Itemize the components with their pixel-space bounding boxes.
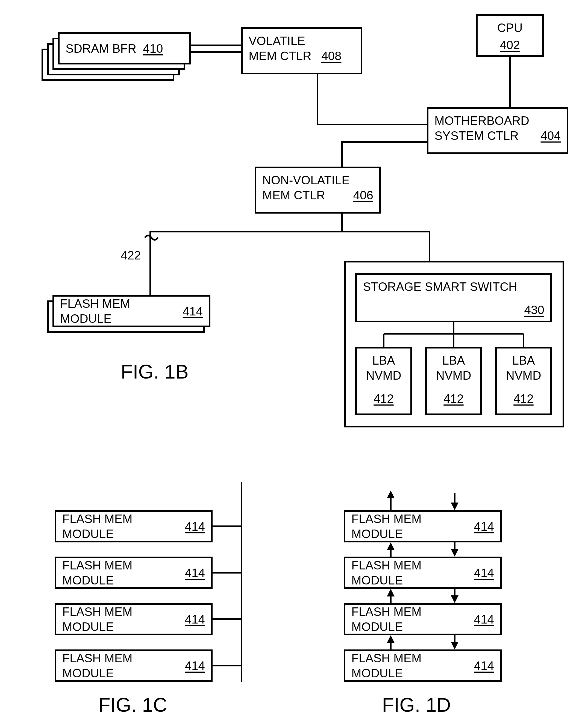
wire-422-line bbox=[150, 232, 342, 295]
sdram-bfr-ref: 410 bbox=[143, 41, 163, 56]
sdram-bfr-box: SDRAM BFR 410 bbox=[58, 32, 191, 64]
fig1d-top-up-arrowhead bbox=[387, 491, 395, 498]
fig1c-flash-ref-4: 414 bbox=[185, 658, 205, 673]
lba-nvmd-ref-2: 412 bbox=[443, 391, 463, 406]
fig1d-flash-box-1: FLASH MEM MODULE 414 bbox=[344, 510, 502, 542]
fig1d-flash-label-1: FLASH MEM MODULE bbox=[351, 511, 470, 541]
motherboard-ctlr-ref: 404 bbox=[541, 128, 561, 143]
fig1d-flash-label-3: FLASH MEM MODULE bbox=[351, 604, 470, 634]
lba-nvmd-label-1: LBA NVMD bbox=[363, 353, 404, 383]
fig1c-flash-ref-1: 414 bbox=[185, 519, 205, 534]
fig1c-flash-label-2: FLASH MEM MODULE bbox=[62, 558, 181, 588]
fig1d-flash-ref-1: 414 bbox=[474, 519, 494, 534]
storage-smart-switch-ref: 430 bbox=[363, 302, 544, 317]
fig1c-flash-box-2: FLASH MEM MODULE 414 bbox=[55, 557, 213, 589]
page: SDRAM BFR 410 VOLATILE MEM CTLR 408 CPU … bbox=[0, 0, 588, 712]
flash-1b-label: FLASH MEM MODULE bbox=[60, 296, 178, 326]
cpu-box: CPU 402 bbox=[476, 14, 544, 57]
lba-nvmd-box-2: LBA NVMD 412 bbox=[425, 347, 482, 415]
fig1d-12-down-arrowhead bbox=[451, 549, 459, 557]
nonvolatile-mem-ctlr-box: NON-VOLATILE MEM CTLR 406 bbox=[255, 167, 381, 214]
fig1d-34-down-arrowhead bbox=[451, 642, 459, 649]
fig1c-flash-label-1: FLASH MEM MODULE bbox=[62, 511, 181, 541]
volatile-mem-ctlr-label: VOLATILE MEM CTLR bbox=[249, 33, 312, 63]
nonvolatile-mem-ctlr-label: NON-VOLATILE MEM CTLR bbox=[262, 173, 350, 203]
fig1d-flash-ref-2: 414 bbox=[474, 565, 494, 580]
storage-smart-switch-label: STORAGE SMART SWITCH bbox=[363, 279, 544, 294]
motherboard-ctlr-box: MOTHERBOARD SYSTEM CTLR 404 bbox=[427, 107, 568, 154]
storage-smart-switch-box: STORAGE SMART SWITCH 430 bbox=[355, 273, 552, 322]
fig1d-flash-label-4: FLASH MEM MODULE bbox=[351, 650, 470, 681]
fig1d-34-up-arrowhead bbox=[387, 635, 395, 643]
flash-1b-box: FLASH MEM MODULE 414 bbox=[52, 295, 210, 327]
fig1c-flash-ref-2: 414 bbox=[185, 565, 205, 580]
flash-1b-ref: 414 bbox=[183, 304, 203, 319]
mobo-to-nvmem-line bbox=[342, 142, 427, 167]
fig1c-flash-ref-3: 414 bbox=[185, 612, 205, 627]
fig-1b-title: FIG. 1B bbox=[121, 361, 189, 383]
fig1d-flash-box-2: FLASH MEM MODULE 414 bbox=[344, 557, 502, 589]
fig1c-flash-box-1: FLASH MEM MODULE 414 bbox=[55, 510, 213, 542]
fig1d-flash-ref-3: 414 bbox=[474, 612, 494, 627]
fig1d-flash-ref-4: 414 bbox=[474, 658, 494, 673]
fig1d-top-down-arrowhead bbox=[451, 502, 459, 510]
fig1d-flash-label-2: FLASH MEM MODULE bbox=[351, 558, 470, 588]
fig-1d-title: FIG. 1D bbox=[382, 694, 451, 712]
lba-nvmd-label-2: LBA NVMD bbox=[433, 353, 474, 383]
fig1d-flash-box-3: FLASH MEM MODULE 414 bbox=[344, 603, 502, 635]
lba-nvmd-box-3: LBA NVMD 412 bbox=[495, 347, 552, 415]
cpu-ref: 402 bbox=[500, 38, 520, 52]
fig1d-12-up-arrowhead bbox=[387, 542, 395, 550]
cpu-label: CPU bbox=[484, 20, 536, 35]
sdram-bfr-label: SDRAM BFR bbox=[66, 41, 136, 56]
volmem-to-mobo-line bbox=[317, 74, 427, 125]
volatile-mem-ctlr-box: VOLATILE MEM CTLR 408 bbox=[241, 27, 362, 74]
wire-422-squiggle bbox=[145, 235, 158, 240]
fig1d-23-up-arrowhead bbox=[387, 589, 395, 597]
fig1c-flash-label-3: FLASH MEM MODULE bbox=[62, 604, 181, 634]
wire-422-ref: 422 bbox=[121, 249, 141, 262]
fig1d-flash-box-4: FLASH MEM MODULE 414 bbox=[344, 649, 502, 682]
fig1c-flash-box-4: FLASH MEM MODULE 414 bbox=[55, 649, 213, 682]
lba-nvmd-ref-3: 412 bbox=[513, 391, 533, 406]
fig-1c-title: FIG. 1C bbox=[98, 694, 167, 712]
fig1c-flash-label-4: FLASH MEM MODULE bbox=[62, 650, 181, 681]
lba-nvmd-ref-1: 412 bbox=[374, 391, 394, 406]
volatile-mem-ctlr-ref: 408 bbox=[321, 49, 341, 63]
nvmem-to-switch-line bbox=[342, 232, 429, 262]
lba-nvmd-label-3: LBA NVMD bbox=[503, 353, 544, 383]
nonvolatile-mem-ctlr-ref: 406 bbox=[353, 188, 373, 203]
fig1c-flash-box-3: FLASH MEM MODULE 414 bbox=[55, 603, 213, 635]
motherboard-ctlr-label: MOTHERBOARD SYSTEM CTLR bbox=[435, 113, 529, 143]
fig1d-23-down-arrowhead bbox=[451, 596, 459, 603]
lba-nvmd-box-1: LBA NVMD 412 bbox=[355, 347, 412, 415]
